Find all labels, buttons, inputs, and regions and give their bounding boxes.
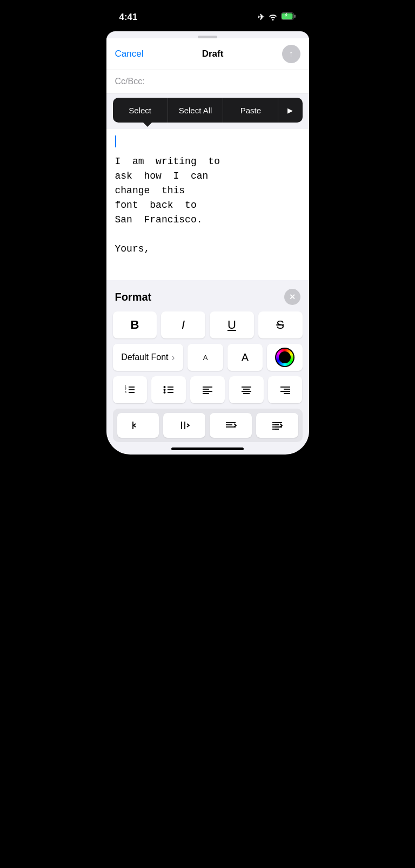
svg-point-12 [164, 386, 166, 388]
color-picker-button[interactable] [267, 344, 302, 371]
svg-point-14 [164, 391, 166, 394]
large-a-label: A [242, 351, 249, 364]
font-chevron-icon: › [171, 352, 175, 363]
align-left-button[interactable] [190, 376, 225, 403]
increase-font-button[interactable]: A [227, 344, 263, 371]
text-cursor [115, 135, 116, 147]
format-header: Format ✕ [106, 280, 309, 311]
svg-text:3: 3 [125, 390, 126, 394]
unordered-list-button[interactable] [151, 376, 186, 403]
more-button[interactable]: ▶ [278, 98, 302, 123]
decrease-font-button[interactable]: A [188, 344, 223, 371]
cc-bcc-label: Cc/Bcc: [115, 77, 145, 86]
format-close-button[interactable]: ✕ [284, 289, 300, 305]
paste-button[interactable]: Paste [223, 98, 278, 123]
send-button[interactable]: ↑ [282, 45, 300, 63]
align-center-button[interactable] [229, 376, 264, 403]
column-indent-button[interactable] [163, 413, 205, 438]
strikethrough-button[interactable]: S [258, 311, 303, 338]
cancel-button[interactable]: Cancel [115, 49, 144, 59]
email-content[interactable]: I am writing to ask how I can change thi… [115, 154, 300, 256]
text-style-row: B I U S [106, 311, 309, 338]
color-wheel-icon [275, 348, 294, 367]
compose-sheet: Cancel Draft ↑ Cc/Bcc: Select Select All… [106, 31, 309, 455]
airplane-icon: ✈ [258, 12, 265, 22]
increase-indent-button[interactable] [256, 413, 298, 438]
indent-row [113, 409, 303, 442]
align-text-right-button[interactable] [210, 413, 252, 438]
format-panel: Format ✕ B I U S Default Font › A [106, 280, 309, 442]
wifi-icon [268, 13, 278, 22]
list-align-row: 1 2 3 [106, 376, 309, 403]
context-menu: Select Select All Paste ▶ [113, 98, 303, 123]
underline-button[interactable]: U [210, 311, 254, 338]
time: 4:41 [119, 12, 138, 23]
font-name-label: Default Font [121, 352, 168, 362]
battery-icon [281, 12, 296, 23]
phone-frame: 4:41 ✈ Cancel Draft [106, 0, 309, 455]
compose-header: Cancel Draft ↑ [106, 38, 309, 70]
color-wheel-center [279, 351, 291, 363]
small-a-label: A [203, 354, 208, 362]
ordered-list-button[interactable]: 1 2 3 [113, 376, 148, 403]
cursor [115, 135, 300, 154]
svg-rect-2 [294, 15, 296, 18]
align-right-button[interactable] [268, 376, 303, 403]
svg-rect-1 [282, 13, 292, 19]
home-indicator [171, 447, 244, 450]
close-icon: ✕ [289, 293, 296, 301]
status-bar: 4:41 ✈ [106, 0, 309, 27]
send-icon: ↑ [289, 49, 293, 59]
status-icons: ✈ [258, 12, 296, 23]
select-all-button[interactable]: Select All [168, 98, 223, 123]
select-button[interactable]: Select [113, 98, 168, 123]
decrease-indent-button[interactable] [117, 413, 159, 438]
bold-button[interactable]: B [113, 311, 157, 338]
format-title: Format [115, 291, 152, 303]
svg-point-13 [164, 389, 166, 391]
cc-bcc-row[interactable]: Cc/Bcc: [106, 70, 309, 93]
italic-button[interactable]: I [161, 311, 205, 338]
draft-title: Draft [202, 49, 224, 59]
font-picker-button[interactable]: Default Font › [113, 344, 184, 371]
font-row: Default Font › A A [106, 344, 309, 371]
email-body[interactable]: I am writing to ask how I can change thi… [106, 129, 309, 280]
